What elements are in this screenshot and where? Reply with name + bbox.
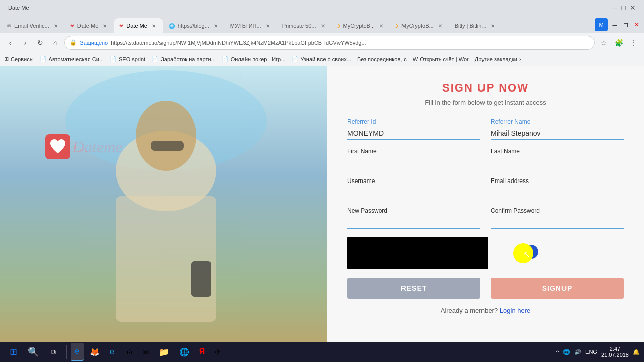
tab-icon: ₿ <box>396 23 398 29</box>
bookmark-label: Открыть счёт | Wor <box>420 56 468 62</box>
tab-dateme-1[interactable]: ❤ Date Me ✕ <box>65 18 114 33</box>
bookmark-uznai[interactable]: 📄 Узнай всё о своих... <box>291 56 351 62</box>
address-bar[interactable]: 🔒 Защищено https://ts.dateme.io/signup/N… <box>64 36 595 50</box>
tab-close-btn[interactable]: ✕ <box>150 22 157 29</box>
maximize-btn[interactable]: □ <box>622 4 626 12</box>
confirm-password-label: Confirm Password <box>491 207 624 214</box>
clock-area: 2:47 21.07.2018 <box>601 346 629 358</box>
tab-label: МУЛЬТИП... <box>230 23 261 29</box>
login-link-row: Already a member? Login here <box>441 307 531 314</box>
bookmark-otkryt[interactable]: W Открыть счёт | Wor <box>413 56 469 62</box>
new-tab-area <box>502 18 532 33</box>
tab-multip[interactable]: МУЛЬТИП... ✕ <box>225 18 276 33</box>
captcha-image: ☒ <box>412 245 424 261</box>
email-input[interactable] <box>491 187 624 199</box>
taskbar-chrome[interactable]: 🌐 <box>175 343 193 361</box>
tab-mycrypto-2[interactable]: ₿ MyCryptoB... ✕ <box>391 18 449 33</box>
tab-email-verific[interactable]: ✉ Email Verific... ✕ <box>2 18 64 33</box>
tab-dateme-2[interactable]: ❤ Date Me ✕ <box>114 18 163 33</box>
taskbar-explorer[interactable]: 📁 <box>155 343 173 361</box>
taskbar-ie[interactable]: e <box>106 343 118 361</box>
referrer-id-group: Referrer Id <box>347 118 480 140</box>
task-view-btn[interactable]: ⧉ <box>44 343 62 361</box>
start-btn[interactable]: ⊞ <box>4 343 22 361</box>
minimize-btn[interactable]: ─ <box>613 4 618 12</box>
tab-blog[interactable]: 🌐 https://blog... ✕ <box>164 18 224 33</box>
clock-date: 21.07.2018 <box>601 352 629 358</box>
taskbar-telegram[interactable]: ✈ <box>211 343 225 361</box>
taskbar-sep-1 <box>66 345 67 359</box>
tab-close-btn[interactable]: ✕ <box>52 22 59 29</box>
svg-rect-3 <box>116 196 216 322</box>
new-password-input[interactable] <box>347 216 480 229</box>
taskbar-yandex[interactable]: Я <box>195 343 209 361</box>
bookmark-auto[interactable]: 📄 Автоматическая Си... <box>40 56 104 62</box>
confirm-password-input[interactable] <box>491 216 624 229</box>
bookmark-seo[interactable]: 📄 SEO sprint <box>110 56 145 62</box>
notifications-btn[interactable]: 🔔 <box>633 349 640 355</box>
extensions-btn[interactable]: 🧩 <box>613 37 625 49</box>
captcha-wrapper: ☒ ↖ <box>347 237 488 269</box>
referrer-name-input[interactable] <box>491 127 624 140</box>
browser-content: Dateme SIGN UP NOW Fill in the form belo… <box>0 66 644 342</box>
first-name-group: First Name <box>347 148 480 169</box>
tab-close-btn[interactable]: ✕ <box>101 22 108 29</box>
menu-btn[interactable]: ⋮ <box>628 37 640 49</box>
tab-close-btn[interactable]: ✕ <box>264 22 271 29</box>
home-btn[interactable]: ⌂ <box>49 37 61 49</box>
last-name-group: Last Name <box>491 148 624 169</box>
tab-mycrypto-1[interactable]: ₿ MyCryptoB... ✕ <box>333 18 390 33</box>
bookmark-bez[interactable]: Без посредников, с <box>357 56 407 62</box>
chevron-icon: › <box>519 56 521 62</box>
bookmark-services[interactable]: ⊞ Сервисы <box>4 56 34 62</box>
bookmark-label: Без посредников, с <box>357 56 407 62</box>
username-label: Username <box>347 177 480 185</box>
confirm-password-group: Confirm Password <box>491 207 624 229</box>
tab-label: https://blog... <box>178 23 209 29</box>
profile-btn[interactable]: M <box>595 18 608 31</box>
bookmark-label: Онлайн покер - Игр... <box>231 56 286 62</box>
bookmark-other[interactable]: Другие закладки › <box>475 56 521 62</box>
bookmark-zarab[interactable]: 📄 Заработок на партн... <box>151 56 216 62</box>
referrer-id-input[interactable] <box>347 127 480 140</box>
first-name-input[interactable] <box>347 157 480 169</box>
bookmark-poker[interactable]: 📄 Онлайн покер - Игр... <box>222 56 286 62</box>
browser-close-btn[interactable]: ✕ <box>632 20 642 30</box>
svg-point-4 <box>136 101 196 171</box>
tab-label: Date Me <box>126 23 147 29</box>
url-display: https://ts.dateme.io/signup/NWI1MjVjMDdm… <box>111 40 366 46</box>
tab-bitly[interactable]: Bitly | Bitlin... ✕ <box>450 18 502 33</box>
secure-label: Защищено <box>80 40 108 46</box>
browser-minimize-btn[interactable]: ─ <box>610 20 620 30</box>
reset-button[interactable]: RESET <box>347 278 480 299</box>
browser-restore-btn[interactable]: ◻ <box>621 20 631 30</box>
network-icon: 🌐 <box>563 349 570 355</box>
back-btn[interactable]: ‹ <box>4 37 16 49</box>
last-name-input[interactable] <box>491 157 624 169</box>
taskbar-store[interactable]: 🛍 <box>120 343 136 361</box>
reload-btn[interactable]: ↻ <box>34 37 46 49</box>
username-input[interactable] <box>347 187 480 199</box>
forward-btn[interactable]: › <box>19 37 31 49</box>
taskbar-up-arrow[interactable]: ^ <box>556 349 559 355</box>
tab-close-btn[interactable]: ✕ <box>437 22 444 29</box>
taskbar-mail[interactable]: ✉ <box>138 343 153 361</box>
photo-side: Dateme <box>0 66 327 342</box>
bookmark-label: SEO sprint <box>119 56 145 62</box>
tab-close-btn[interactable]: ✕ <box>378 22 385 29</box>
taskbar-fire[interactable]: 🦊 <box>86 343 104 361</box>
bookmark-star-btn[interactable]: ☆ <box>598 37 610 49</box>
tab-close-btn[interactable]: ✕ <box>319 22 327 29</box>
tab-close-btn[interactable]: ✕ <box>489 22 496 29</box>
tab-primeste[interactable]: Primeste 50... ✕ <box>277 18 332 33</box>
taskbar: ⊞ 🔍 ⧉ e 🦊 e 🛍 ✉ 📁 🌐 Я ✈ ^ 🌐 🔊 ENG 2:47 2 <box>0 342 644 362</box>
taskbar-edge[interactable]: e <box>71 343 84 361</box>
search-btn[interactable]: 🔍 <box>24 343 42 361</box>
username-group: Username <box>347 177 480 199</box>
captcha-box[interactable]: ☒ <box>347 237 488 269</box>
signup-button[interactable]: SIGNUP <box>491 278 624 299</box>
password-row: New Password Confirm Password <box>347 207 624 229</box>
login-here-link[interactable]: Login here <box>500 307 530 314</box>
close-btn[interactable]: ✕ <box>630 4 636 12</box>
tab-close-btn[interactable]: ✕ <box>212 22 219 29</box>
